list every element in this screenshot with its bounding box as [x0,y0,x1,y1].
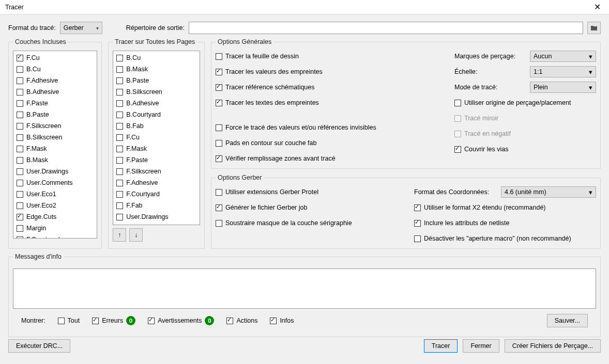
save-button[interactable]: Sauver... [547,314,588,327]
show-all-checkbox[interactable]: Tout [58,317,80,324]
list-item[interactable]: User.Eco1 [14,188,96,200]
checkbox[interactable] [17,55,23,61]
checkbox[interactable] [17,202,23,209]
move-down-button[interactable]: ↓ [129,228,143,242]
checkbox[interactable] [116,146,123,152]
checkbox[interactable] [17,180,23,186]
show-actions-checkbox[interactable]: Actions [226,317,257,324]
draw-sheet-checkbox[interactable]: Tracer la feuille de dessin [216,51,376,62]
list-item[interactable]: User.Eco2 [14,200,96,211]
list-item[interactable]: User.Comments [114,223,199,225]
cover-vias-checkbox[interactable]: Couvrir les vias [454,144,596,155]
checkbox[interactable] [116,134,123,141]
checkbox[interactable] [17,100,23,107]
list-item[interactable]: F.Cu [14,52,96,64]
checkbox[interactable] [116,225,123,226]
checkbox[interactable] [116,214,123,220]
show-warnings-checkbox[interactable]: Avertissements0 [148,316,214,325]
list-item[interactable]: F.Courtyard [14,234,96,239]
included-layers-list[interactable]: F.CuB.CuF.AdhesiveB.AdhesiveF.PasteB.Pas… [13,51,97,239]
run-drc-button[interactable]: Exécuter DRC... [8,339,70,353]
checkbox[interactable] [17,168,23,175]
checkbox[interactable] [17,236,23,239]
scale-select[interactable]: 1:1▾ [530,66,596,77]
list-item[interactable]: F.Silkscreen [14,120,96,132]
coord-format-select[interactable]: 4.6 (unité mm)▾ [501,186,596,198]
list-item[interactable]: B.Mask [114,64,199,75]
browse-folder-button[interactable] [587,22,601,34]
checkbox[interactable] [116,66,123,73]
list-item[interactable]: F.Paste [114,154,199,166]
list-item[interactable]: F.Paste [14,98,96,109]
checkbox[interactable] [116,123,123,130]
checkbox[interactable] [17,66,23,73]
checkbox[interactable] [17,225,23,232]
checkbox[interactable] [116,100,123,107]
checkbox[interactable] [116,89,123,96]
checkbox[interactable] [116,112,123,118]
checkbox[interactable] [116,55,123,61]
list-item[interactable]: User.Drawings [14,166,96,177]
list-item[interactable]: B.Adhesive [114,98,199,109]
list-item[interactable]: B.Cu [114,52,199,64]
list-item[interactable]: B.Courtyard [114,109,199,120]
list-item[interactable]: User.Comments [14,177,96,188]
checkbox[interactable] [216,220,222,227]
checkbox[interactable] [17,89,23,96]
list-item[interactable]: B.Paste [114,75,199,86]
subtract-mask-checkbox[interactable]: Soustraire masque de la couche sérigraph… [216,217,391,229]
checkbox[interactable] [216,189,222,196]
protel-ext-checkbox[interactable]: Utiliser extensions Gerber Protel [216,186,391,198]
list-item[interactable]: F.Cu [114,132,199,143]
list-item[interactable]: Edge.Cuts [14,211,96,223]
move-up-button[interactable]: ↑ [113,228,126,242]
x2-format-checkbox[interactable]: Utiliser le format X2 étendu (recommandé… [414,202,596,213]
netlist-attrs-checkbox[interactable]: Inclure les attributs de netliste [414,217,596,229]
all-pages-list[interactable]: B.CuB.MaskB.PasteB.SilkscreenB.AdhesiveB… [113,51,200,225]
format-select[interactable]: Gerber ▾ [60,22,102,34]
checkbox[interactable] [216,53,222,60]
checkbox[interactable] [116,180,123,186]
print-texts-checkbox[interactable]: Tracer les textes des empreintes [216,97,376,108]
checkbox[interactable] [17,112,23,118]
checkbox[interactable] [216,69,222,75]
mode-select[interactable]: Plein▾ [530,82,596,93]
checkbox[interactable] [17,191,23,198]
list-item[interactable]: B.Cu [14,64,96,75]
list-item[interactable]: F.Silkscreen [114,166,199,177]
close-icon[interactable]: ✕ [590,1,605,13]
show-infos-checkbox[interactable]: Infos [270,317,294,324]
checkbox[interactable] [216,140,222,147]
show-errors-checkbox[interactable]: Erreurs0 [92,316,135,325]
checkbox[interactable] [17,134,23,141]
disable-aperture-macro-checkbox[interactable]: Désactiver les "aperture macro" (non rec… [414,233,596,244]
checkbox[interactable] [216,155,222,162]
checkbox[interactable] [116,202,123,209]
list-item[interactable]: F.Mask [14,143,96,154]
checkbox[interactable] [17,214,23,220]
checkbox[interactable] [116,168,123,175]
checkbox[interactable] [17,77,23,84]
checkbox[interactable] [116,191,123,198]
plot-button[interactable]: Tracer [424,339,458,353]
print-refs-checkbox[interactable]: Tracer référence schématiques [216,82,376,93]
create-drill-files-button[interactable]: Créer Fichiers de Perçage... [505,339,601,353]
checkbox[interactable] [17,157,23,164]
pads-outline-checkbox[interactable]: Pads en contour sur couche fab [216,137,376,149]
checkbox[interactable] [216,84,222,91]
force-invisible-checkbox[interactable]: Force le tracé des valeurs et/ou référen… [216,122,376,133]
messages-textarea[interactable] [13,268,596,309]
list-item[interactable]: F.Fab [114,200,199,211]
output-dir-input[interactable] [189,22,583,34]
close-button[interactable]: Fermer [463,339,499,353]
checkbox[interactable] [216,204,222,211]
list-item[interactable]: Margin [14,223,96,234]
checkbox[interactable] [17,123,23,130]
verify-fill-checkbox[interactable]: Vérifier remplissage zones avant tracé [216,153,376,164]
checkbox[interactable] [216,100,222,106]
drill-marks-select[interactable]: Aucun▾ [530,51,596,62]
use-drill-origin-checkbox[interactable]: Utiliser origine de perçage/placement [454,97,596,108]
list-item[interactable]: F.Adhesive [114,177,199,188]
list-item[interactable]: F.Courtyard [114,188,199,200]
checkbox[interactable] [17,146,23,152]
